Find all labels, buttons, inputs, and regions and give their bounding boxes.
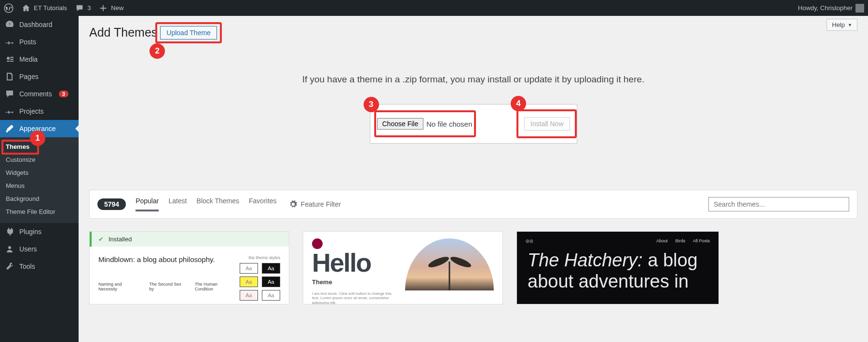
swatch: Aa <box>262 276 280 287</box>
submenu-customize[interactable]: Customize <box>0 153 79 166</box>
installed-label: Installed <box>108 236 132 243</box>
annotation-circle-4: 4 <box>511 96 526 111</box>
tools-icon <box>5 262 14 271</box>
pin-icon <box>5 106 14 116</box>
content-area: Help ▼ Add Themes 2 Upload Theme If you … <box>79 16 868 342</box>
swatch: Aa <box>240 290 258 301</box>
sidebar-item-media[interactable]: Media <box>0 51 79 68</box>
new-link[interactable]: New <box>95 0 127 16</box>
account-link[interactable]: Howdy, Christopher <box>794 0 868 16</box>
check-icon: ✔ <box>98 236 104 243</box>
theme-grid: ✔ Installed Mindblown: a blog about phil… <box>89 231 857 304</box>
submenu-menus[interactable]: Menus <box>0 179 79 192</box>
theme-preview-title: Mindblown: a blog about philosophy. <box>98 255 235 263</box>
annotation-circle-1: 1 <box>30 131 45 146</box>
admin-bar: ET Tutorials 3 New Howdy, Christopher <box>0 0 868 16</box>
page-icon <box>5 72 14 81</box>
sidebar-item-dashboard[interactable]: Dashboard <box>0 16 79 33</box>
wordpress-icon <box>4 3 14 13</box>
gear-icon <box>289 200 297 208</box>
annotation-box-3 <box>374 110 476 137</box>
swatch: Aa <box>240 276 258 287</box>
theme-card[interactable]: Hello Theme I am text block. Click edit … <box>303 231 503 304</box>
wp-logo[interactable] <box>0 0 17 16</box>
plugin-icon <box>5 227 14 237</box>
sidebar-item-users[interactable]: Users <box>0 240 79 258</box>
sidebar-item-tools[interactable]: Tools <box>0 258 79 275</box>
sidebar-item-label: Posts <box>19 38 36 46</box>
plus-icon <box>98 3 108 13</box>
sidebar-item-label: Users <box>19 245 37 253</box>
sidebar-item-pages[interactable]: Pages <box>0 68 79 85</box>
comment-icon <box>75 3 84 13</box>
upload-panel: 3 Choose File No file chosen 4 Install N… <box>370 104 577 144</box>
media-icon <box>5 54 14 64</box>
theme-preview-title: The Hatchery: a blog about adventures in <box>517 250 719 292</box>
sidebar-item-comments[interactable]: Comments 3 <box>0 85 79 103</box>
feature-filter-button[interactable]: Feature Filter <box>289 200 341 208</box>
svg-point-2 <box>8 246 11 249</box>
swatch: Aa <box>262 290 280 301</box>
home-icon <box>21 3 31 13</box>
users-icon <box>5 244 14 254</box>
comments-link[interactable]: 3 <box>71 0 95 16</box>
nav-item: About <box>656 238 668 243</box>
theme-preview-nav: ◎◎ About Birds All Posts <box>517 232 719 250</box>
sidebar-item-label: Dashboard <box>19 21 53 28</box>
elementor-icon <box>312 238 323 249</box>
submenu-editor[interactable]: Theme File Editor <box>0 205 79 218</box>
sidebar-item-label: Comments <box>19 90 52 98</box>
sidebar-item-label: Pages <box>19 73 39 80</box>
swatch: Aa <box>240 263 258 274</box>
installed-badge: ✔ Installed <box>90 232 289 247</box>
tab-favorites[interactable]: Favorites <box>249 197 277 211</box>
avatar <box>855 4 864 13</box>
site-link[interactable]: ET Tutorials <box>17 0 71 16</box>
theme-preview-lorem: I am text block. Click edit button to ch… <box>312 291 398 304</box>
nav-item: Birds <box>675 238 685 243</box>
site-name-label: ET Tutorials <box>34 4 67 12</box>
theme-preview-booklist: Naming and Necessity The Second Sex by T… <box>98 282 235 291</box>
list-item: The Second Sex by <box>149 282 185 291</box>
admin-sidebar: Dashboard Posts Media Pages Comments 3 P… <box>0 16 79 342</box>
feature-filter-label: Feature Filter <box>301 200 341 208</box>
sidebar-item-label: Tools <box>19 263 35 270</box>
search-themes-input[interactable] <box>708 197 849 211</box>
swatch-label: the theme styles <box>248 255 280 260</box>
comments-count: 3 <box>87 4 91 12</box>
sidebar-item-posts[interactable]: Posts <box>0 33 79 51</box>
theme-preview: Hello Theme I am text block. Click edit … <box>303 232 502 304</box>
tab-latest[interactable]: Latest <box>168 197 187 211</box>
sidebar-item-plugins[interactable]: Plugins <box>0 223 79 240</box>
theme-card[interactable]: ◎◎ About Birds All Posts The Hatchery: a… <box>516 231 719 304</box>
upload-info-text: If you have a theme in a .zip format, yo… <box>89 74 857 85</box>
submenu-background[interactable]: Background <box>0 192 79 205</box>
theme-preview-image <box>405 238 494 290</box>
list-item: Naming and Necessity <box>98 282 139 291</box>
theme-browser-bar: 5794 Popular Latest Block Themes Favorit… <box>89 190 857 219</box>
dashboard-icon <box>5 20 14 29</box>
pin-icon <box>5 37 14 47</box>
theme-preview: Mindblown: a blog about philosophy. Nami… <box>90 247 289 299</box>
annotation-circle-3: 3 <box>364 97 379 112</box>
title-em: The Hatchery: <box>528 250 643 270</box>
theme-count: 5794 <box>97 198 126 210</box>
list-item: The Human Condition <box>195 282 235 291</box>
page-title: Add Themes <box>89 26 157 39</box>
sidebar-item-label: Projects <box>19 107 44 115</box>
submenu-themes[interactable]: 1 Themes <box>0 140 79 153</box>
sidebar-item-projects[interactable]: Projects <box>0 103 79 120</box>
sidebar-item-label: Plugins <box>19 228 41 236</box>
theme-card[interactable]: ✔ Installed Mindblown: a blog about phil… <box>89 231 289 304</box>
tab-popular[interactable]: Popular <box>136 197 159 211</box>
howdy-text: Howdy, Christopher <box>798 4 853 12</box>
tab-block-themes[interactable]: Block Themes <box>197 197 239 211</box>
theme-preview-title: Hello <box>312 251 398 275</box>
theme-preview-subtitle: Theme <box>312 278 398 286</box>
submenu-widgets[interactable]: Widgets <box>0 166 79 179</box>
new-label: New <box>111 4 123 12</box>
annotation-circle-2: 2 <box>149 43 165 59</box>
appearance-submenu: 1 Themes Customize Widgets Menus Backgro… <box>0 137 79 223</box>
svg-point-1 <box>7 57 10 60</box>
annotation-box-2 <box>155 22 222 43</box>
